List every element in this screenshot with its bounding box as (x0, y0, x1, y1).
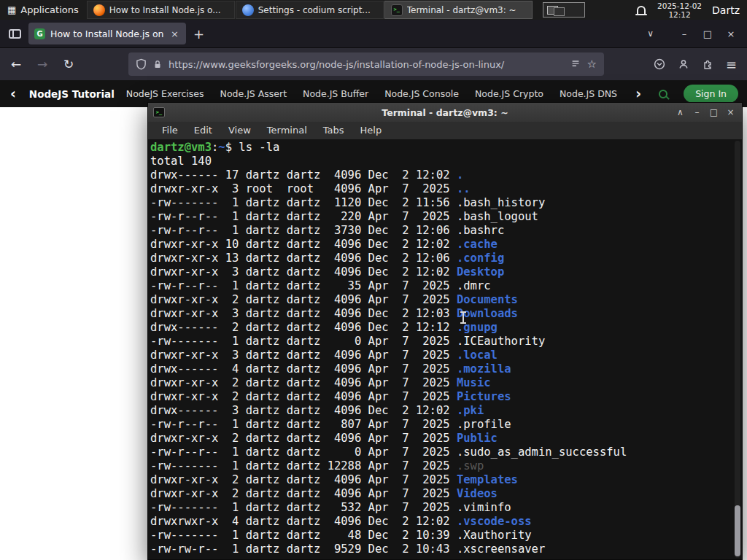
terminal-line: drwxr-xr-x 10 dartz dartz 4096 Dec 2 12:… (150, 238, 742, 252)
terminal-line: -rw------- 1 dartz dartz 48 Dec 2 10:39 … (150, 529, 742, 542)
hamburger-menu-icon[interactable]: ≡ (726, 57, 737, 72)
settings-icon (242, 4, 254, 16)
terminal-line: -rw-r--r-- 1 dartz dartz 220 Apr 7 2025 … (150, 210, 742, 224)
terminal-line: drwxrwxr-x 4 dartz dartz 4096 Dec 2 12:0… (150, 515, 742, 529)
sitenav-items: NodeJS ExercisesNode.JS AssertNode.JS Bu… (126, 88, 623, 99)
sitenav-item[interactable]: Node.JS Crypto (475, 88, 543, 99)
sitenav-item[interactable]: Node.JS DNS (560, 88, 617, 99)
taskbar-window-title: Terminal - dartz@vm3: ~ (407, 5, 516, 15)
back-button[interactable]: ← (7, 57, 25, 71)
top-panel: ▦ Applications How to Install Node.js o.… (0, 0, 747, 20)
browser-maximize-button[interactable]: □ (696, 28, 719, 39)
terminal-line: drwxr-xr-x 2 dartz dartz 4096 Apr 7 2025… (150, 432, 742, 446)
lock-icon[interactable] (152, 59, 163, 70)
firefox-icon (93, 4, 105, 16)
terminal-line: drwxr-xr-x 3 dartz dartz 4096 Dec 2 12:0… (150, 265, 742, 279)
terminal-maximize-button[interactable]: □ (705, 107, 722, 117)
terminal-line: drwxr-xr-x 2 dartz dartz 4096 Apr 7 2025… (150, 473, 742, 487)
taskbar-window-firefox[interactable]: How to Install Node.js o... (87, 1, 235, 19)
session-user-button[interactable]: Dartz (708, 4, 747, 16)
terminal-line: drwxr-xr-x 2 dartz dartz 4096 Apr 7 2025… (150, 293, 742, 307)
tracking-protection-shield-icon[interactable] (136, 58, 147, 70)
nav-scroll-left-icon[interactable]: ‹ (9, 87, 18, 101)
notifications-button[interactable] (631, 0, 651, 20)
terminal-line: drwxr-xr-x 2 dartz dartz 4096 Apr 7 2025… (150, 487, 742, 501)
url-bar[interactable]: https://www.geeksforgeeks.org/node-js/in… (128, 52, 604, 76)
panel-taskbar: How to Install Node.js o...Settings - co… (86, 0, 533, 20)
terminal-menu-tabs[interactable]: Tabs (315, 122, 352, 139)
browser-minimize-button[interactable]: – (673, 28, 696, 39)
terminal-scrollbar[interactable] (735, 141, 740, 558)
terminal-line: drwxr-xr-x 3 root root 4096 Apr 7 2025 .… (150, 182, 742, 196)
terminal-line: drwx------ 4 dartz dartz 4096 Apr 7 2025… (150, 362, 742, 376)
geeksforgeeks-favicon: G (34, 28, 45, 39)
url-text: https://www.geeksforgeeks.org/node-js/in… (169, 59, 565, 70)
terminal-output: dartz@vm3:~$ ls -latotal 140drwx------ 1… (150, 141, 742, 556)
sitenav-item[interactable]: Node.JS Console (384, 88, 459, 99)
reload-button[interactable]: ↻ (60, 57, 77, 71)
terminal-line: -rw------- 1 dartz dartz 532 Apr 7 2025 … (150, 501, 742, 515)
terminal-line: drwxr-xr-x 13 dartz dartz 4096 Dec 2 12:… (150, 252, 742, 265)
taskbar-window-title: Settings - codium script... (258, 5, 371, 15)
browser-nav-toolbar: ← → ↻ https://www.geeksforgeeks.org/node… (0, 47, 747, 80)
applications-menu-button[interactable]: ▦ Applications (0, 0, 86, 20)
browser-tab[interactable]: G How to Install Node.js on × (28, 23, 186, 44)
terminal-title-bar[interactable]: >_ Terminal - dartz@vm3: ~ ∧ – □ × (148, 103, 742, 122)
bell-icon (637, 6, 646, 14)
terminal-app-icon: >_ (153, 107, 165, 117)
terminal-line: -rw-r--r-- 1 dartz dartz 35 Apr 7 2025 .… (150, 279, 742, 293)
forward-button[interactable]: → (34, 57, 51, 71)
account-icon[interactable] (678, 58, 689, 70)
terminal-menu-view[interactable]: View (220, 122, 259, 139)
taskbar-window-settings[interactable]: Settings - codium script... (236, 1, 384, 19)
tab-close-icon[interactable]: × (169, 28, 180, 39)
terminal-scrollbar-thumb[interactable] (735, 505, 740, 556)
bookmark-star-icon[interactable]: ☆ (587, 58, 596, 71)
clock-time: 12:12 (657, 10, 702, 19)
toolbar-right-icons: ≡ (654, 57, 740, 72)
panel-clock[interactable]: 2025-12-02 12:12 (651, 1, 708, 19)
terminal-close-button[interactable]: × (722, 107, 739, 117)
tab-title: How to Install Node.js on (50, 28, 164, 39)
terminal-line: -rw------- 1 dartz dartz 12288 Apr 7 202… (150, 459, 742, 473)
nav-scroll-right-icon[interactable]: › (634, 87, 643, 101)
terminal-screen[interactable]: dartz@vm3:~$ ls -latotal 140drwx------ 1… (148, 139, 742, 559)
terminal-minimize-button[interactable]: – (689, 107, 705, 117)
terminal-menu-file[interactable]: File (154, 122, 186, 139)
terminal-line: -rw-r--r-- 1 dartz dartz 3730 Dec 2 12:0… (150, 224, 742, 238)
terminal-icon: >_ (391, 4, 403, 16)
terminal-line: -rw-r--r-- 1 dartz dartz 807 Apr 7 2025 … (150, 418, 742, 432)
terminal-line: -rw-rw-r-- 1 dartz dartz 9529 Dec 2 10:4… (150, 542, 742, 556)
terminal-line: -rw------- 1 dartz dartz 1120 Dec 2 11:5… (150, 196, 742, 210)
reader-mode-icon[interactable] (570, 59, 581, 69)
pocket-icon[interactable] (654, 58, 665, 70)
terminal-line: drwxr-xr-x 3 dartz dartz 4096 Apr 7 2025… (150, 349, 742, 362)
terminal-line: -rw-r--r-- 1 dartz dartz 0 Apr 7 2025 .s… (150, 446, 742, 459)
terminal-menu-edit[interactable]: Edit (186, 122, 220, 139)
workspace-switcher[interactable] (543, 2, 585, 18)
terminal-menu-terminal[interactable]: Terminal (259, 122, 315, 139)
taskbar-window-terminal[interactable]: >_Terminal - dartz@vm3: ~ (384, 1, 533, 19)
applications-label: Applications (20, 4, 78, 15)
workspace-window-preview (554, 7, 565, 16)
sitenav-item[interactable]: Node.JS Buffer (303, 88, 368, 99)
new-tab-button[interactable]: + (186, 26, 212, 42)
browser-close-button[interactable]: × (719, 28, 743, 39)
terminal-line: drwx------ 3 dartz dartz 4096 Dec 2 12:0… (150, 404, 742, 418)
list-all-tabs-icon[interactable]: ∨ (641, 28, 673, 39)
browser-tab-bar: G How to Install Node.js on × + ∨ – □ × (0, 20, 747, 47)
sitenav-item[interactable]: NodeJS Exercises (126, 88, 204, 99)
terminal-line: dartz@vm3:~$ ls -la (150, 141, 742, 155)
terminal-window-title: Terminal - dartz@vm3: ~ (382, 107, 508, 118)
taskbar-window-title: How to Install Node.js o... (109, 5, 221, 15)
extensions-icon[interactable] (702, 58, 713, 70)
terminal-line: drwx------ 17 dartz dartz 4096 Dec 2 12:… (150, 168, 742, 182)
terminal-menu-help[interactable]: Help (352, 122, 390, 139)
firefox-view-icon[interactable] (9, 29, 21, 39)
terminal-line: total 140 (150, 155, 742, 168)
sitenav-item[interactable]: Node.JS Assert (220, 88, 287, 99)
sign-in-button[interactable]: Sign In (684, 85, 738, 103)
terminal-shade-button[interactable]: ∧ (672, 107, 689, 117)
site-search-icon[interactable] (659, 90, 667, 98)
sitenav-item-nodejs-tutorial[interactable]: NodeJS Tutorial (29, 88, 115, 100)
